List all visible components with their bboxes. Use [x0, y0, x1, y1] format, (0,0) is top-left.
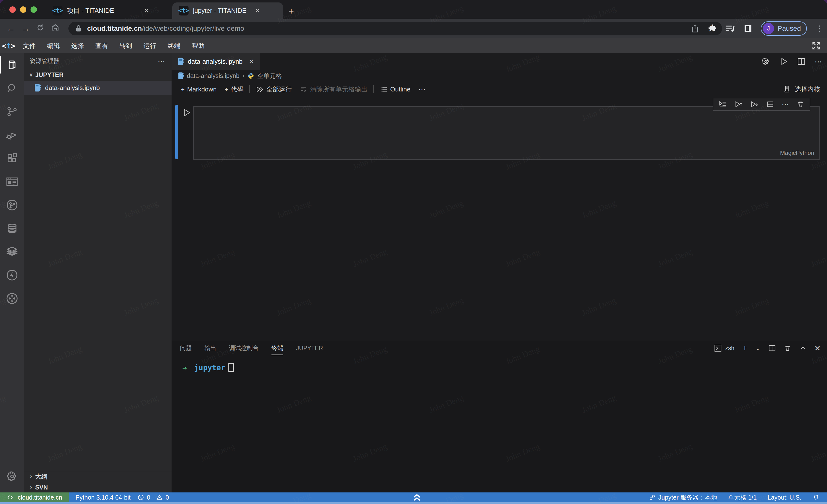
reload-icon[interactable]	[33, 23, 48, 34]
close-tab-icon[interactable]: ✕	[144, 7, 149, 14]
run-notebook-icon[interactable]	[779, 57, 788, 66]
media-controls-icon[interactable]	[725, 24, 735, 33]
breadcrumb[interactable]: data-analysis.ipynb › 空单元格	[172, 70, 827, 81]
panel-tab-jupyter[interactable]: JUPYTER	[296, 340, 323, 356]
shell-name: zsh	[725, 345, 734, 351]
notebook-settings-gear-icon[interactable]	[761, 57, 770, 66]
activitybar-settings[interactable]	[0, 465, 24, 488]
home-icon[interactable]	[48, 23, 62, 34]
menu-selection[interactable]: 选择	[65, 38, 90, 53]
activitybar-source-control[interactable]	[0, 100, 24, 123]
extensions-puzzle-icon[interactable]	[708, 24, 717, 33]
explorer-more-icon[interactable]: ⋯	[158, 57, 166, 65]
file-item-notebook[interactable]: data-analysis.ipynb	[24, 80, 172, 95]
menu-edit[interactable]: 编辑	[41, 38, 65, 53]
add-code-button[interactable]: +代码	[221, 81, 247, 97]
menu-run[interactable]: 运行	[138, 38, 162, 53]
menu-file[interactable]: 文件	[17, 38, 41, 53]
remote-indicator[interactable]: cloud.titanide.cn	[0, 493, 69, 502]
profile-button[interactable]: J Paused	[761, 21, 807, 36]
run-cell-icon[interactable]	[181, 108, 191, 117]
terminal-command: jupyter	[194, 363, 225, 372]
minimize-window-button[interactable]	[20, 6, 26, 13]
menu-view[interactable]: 查看	[90, 38, 114, 53]
browser-tab-project[interactable]: <t> 项目 - TITANIDE ✕	[46, 2, 164, 19]
problems-summary[interactable]: 0 0	[137, 494, 169, 501]
cell-more-icon[interactable]: ⋯	[782, 100, 789, 109]
kill-terminal-icon[interactable]	[784, 344, 791, 352]
close-tab-icon[interactable]: ✕	[255, 7, 260, 14]
close-window-button[interactable]	[9, 6, 16, 13]
breadcrumb-cell[interactable]: 空单元格	[257, 72, 282, 80]
split-terminal-icon[interactable]	[768, 344, 776, 352]
panel-tab-output[interactable]: 输出	[204, 340, 216, 356]
activitybar-remote-hub[interactable]	[0, 193, 24, 217]
editor-more-icon[interactable]: ⋯	[815, 57, 822, 66]
cell-editor[interactable]: MagicPython	[193, 106, 820, 160]
address-bar[interactable]: cloud.titanide.cn/ide/web/coding/jupyter…	[68, 22, 722, 36]
prompt-arrow-icon: →	[182, 363, 187, 372]
run-below-icon[interactable]	[750, 100, 759, 108]
activitybar-spread[interactable]	[0, 287, 24, 310]
forward-icon[interactable]: →	[18, 23, 33, 34]
remote-host: cloud.titanide.cn	[18, 494, 62, 501]
cell-indicator[interactable]: 单元格 1/1	[728, 493, 757, 502]
layout-indicator[interactable]: Layout: U.S.	[768, 494, 801, 501]
execute-cell-and-below-icon[interactable]	[719, 100, 727, 108]
new-tab-button[interactable]: +	[288, 6, 294, 16]
breadcrumb-file[interactable]: data-analysis.ipynb	[187, 72, 240, 79]
outline-icon	[380, 85, 388, 93]
fullscreen-icon[interactable]	[811, 41, 821, 51]
share-icon[interactable]	[691, 24, 699, 33]
outline-button[interactable]: Outline	[376, 81, 414, 97]
activitybar-layout-panel[interactable]	[0, 170, 24, 193]
activitybar-thunder[interactable]	[0, 263, 24, 287]
back-icon[interactable]: ←	[3, 23, 18, 34]
browser-toolbar: ← → cloud.titanide.cn/ide/web/coding/jup…	[0, 19, 827, 38]
panel-tab-debug-console[interactable]: 调试控制台	[229, 340, 259, 356]
browser-tab-jupyter[interactable]: <t> jupyter - TITANIDE ✕	[172, 2, 283, 19]
titanide-logo: <t>	[0, 42, 17, 50]
panel-tab-terminal[interactable]: 终端	[272, 340, 283, 356]
panel-tab-problems[interactable]: 问题	[180, 340, 192, 356]
menu-goto[interactable]: 转到	[114, 38, 138, 53]
menu-terminal[interactable]: 终端	[162, 38, 186, 53]
select-kernel-button[interactable]: 选择内核	[783, 81, 820, 97]
maximize-panel-icon[interactable]	[799, 344, 807, 352]
zoom-window-button[interactable]	[31, 6, 37, 13]
sidebar-section-svn[interactable]: › SVN	[24, 482, 172, 493]
cell-language-indicator[interactable]: MagicPython	[780, 150, 814, 156]
run-all-button[interactable]: 全部运行	[252, 81, 296, 97]
split-editor-icon[interactable]	[797, 57, 806, 66]
traffic-lights[interactable]	[9, 6, 37, 13]
sidebar-toggle-icon[interactable]	[743, 24, 752, 33]
notifications-bell[interactable]	[812, 494, 820, 501]
delete-cell-icon[interactable]	[796, 100, 805, 108]
terminal-prompt-line[interactable]: → jupyter	[182, 363, 234, 372]
sidebar-section-outline[interactable]: › 大纲	[24, 471, 172, 482]
chrome-menu-icon[interactable]: ⋮	[815, 23, 824, 34]
activitybar-explorer[interactable]	[0, 53, 24, 76]
shell-badge[interactable]: zsh	[714, 344, 734, 352]
activitybar-search[interactable]	[0, 76, 24, 100]
activitybar-layers[interactable]	[0, 240, 24, 263]
add-markdown-button[interactable]: +Markdown	[177, 81, 221, 97]
error-count: 0	[147, 494, 150, 501]
terminal-dropdown-icon[interactable]: ⌄	[756, 345, 760, 351]
close-panel-icon[interactable]: ✕	[815, 344, 821, 352]
notebook-toolbar: +Markdown +代码 全部运行 清除所有单元格输出 Outline ⋯	[172, 81, 827, 97]
run-above-icon[interactable]	[734, 100, 743, 108]
new-terminal-icon[interactable]: +	[742, 343, 747, 353]
panel-hint-chevrons[interactable]	[411, 493, 422, 502]
activitybar-run-debug[interactable]	[0, 123, 24, 147]
editor-tab-notebook[interactable]: data-analysis.ipynb ✕	[172, 53, 260, 70]
close-editor-tab-icon[interactable]: ✕	[249, 58, 254, 65]
explorer-section-jupyter[interactable]: ∨ JUPYTER	[24, 69, 172, 80]
activitybar-extensions[interactable]	[0, 147, 24, 170]
menu-help[interactable]: 帮助	[186, 38, 210, 53]
activitybar-database[interactable]	[0, 217, 24, 240]
jupyter-server-indicator[interactable]: Jupyter 服务器：本地	[648, 493, 717, 502]
python-version[interactable]: Python 3.10.4 64-bit	[76, 494, 131, 501]
toolbar-more-icon[interactable]: ⋯	[415, 81, 430, 97]
split-cell-icon[interactable]	[766, 100, 774, 108]
